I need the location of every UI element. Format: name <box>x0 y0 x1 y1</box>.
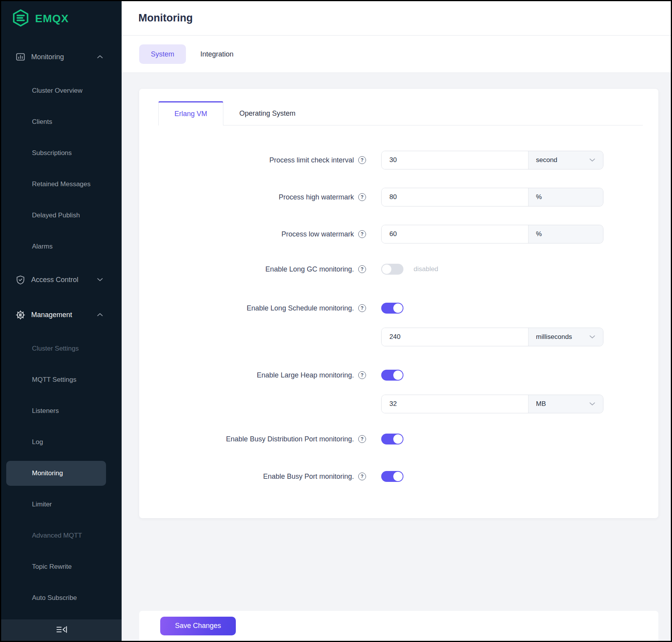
field-label: Enable Busy Port monitoring. <box>263 473 354 481</box>
sidebar-item-cluster-settings[interactable]: Cluster Settings <box>1 339 122 358</box>
toggle-state-text: disabled <box>414 265 438 273</box>
sidebar-item-auto-subscribe[interactable]: Auto Subscribe <box>1 589 122 607</box>
unit-text: MB <box>536 400 546 408</box>
chevron-down-icon <box>589 402 595 406</box>
page-header: Monitoring <box>122 1 671 35</box>
process-high-watermark-input[interactable] <box>382 188 528 206</box>
sidebar-item-subscriptions[interactable]: Subscriptions <box>1 144 122 162</box>
control-zone: MB <box>381 395 603 413</box>
control-zone: milliseconds <box>381 328 603 346</box>
sidebar-item-retained-messages[interactable]: Retained Messages <box>1 175 122 194</box>
sidebar-item-delayed-publish[interactable]: Delayed Publish <box>1 206 122 225</box>
sidebar-section-management[interactable]: Management <box>1 305 122 324</box>
unit-text: second <box>536 156 557 164</box>
page-tabs: SystemIntegration <box>122 36 671 73</box>
sidebar-collapse-bar[interactable] <box>1 619 122 641</box>
control-zone <box>381 303 403 314</box>
page-title: Monitoring <box>138 12 193 24</box>
process-low-watermark-input[interactable] <box>382 225 528 243</box>
sidebar-item-mqtt-settings[interactable]: MQTT Settings <box>1 370 122 389</box>
main-area: Monitoring SystemIntegration Erlang VMOp… <box>122 1 671 641</box>
unit-text: % <box>536 230 542 238</box>
sidebar-section-label: Monitoring <box>31 53 64 61</box>
label-zone: Enable Large Heap monitoring.? <box>139 371 366 379</box>
sidebar-item-log[interactable]: Log <box>1 433 122 452</box>
enable-large-heap-monitoring-toggle[interactable] <box>381 370 403 381</box>
chevron-up-icon <box>97 54 103 60</box>
unit-select[interactable]: MB <box>528 395 603 413</box>
brand-name: EMQX <box>35 12 69 25</box>
sidebar-item-advanced-mqtt[interactable]: Advanced MQTT <box>1 526 122 545</box>
sidebar-item-cluster-overview[interactable]: Cluster Overview <box>1 81 122 100</box>
sidebar-section-access-control[interactable]: Access Control <box>1 270 122 289</box>
process-limit-check-interval-input[interactable] <box>382 151 528 169</box>
settings-card: Erlang VMOperating System Process limit … <box>139 89 658 518</box>
input-group: % <box>381 188 603 206</box>
help-icon[interactable]: ? <box>358 304 366 312</box>
label-zone: Enable Busy Distribution Port monitoring… <box>139 435 366 443</box>
control-zone: % <box>381 188 603 206</box>
form-row: Enable Long Schedule monitoring.? <box>139 303 658 314</box>
control-zone: disabled <box>381 264 438 275</box>
help-icon[interactable]: ? <box>358 193 366 201</box>
sidebar: EMQX MonitoringCluster OverviewClientsSu… <box>1 1 122 641</box>
sidebar-item-alarms[interactable]: Alarms <box>1 237 122 256</box>
save-changes-button[interactable]: Save Changes <box>160 617 236 635</box>
control-zone <box>381 370 403 381</box>
sidebar-item-monitoring[interactable]: Monitoring <box>6 461 106 486</box>
content-area: Erlang VMOperating System Process limit … <box>122 73 671 611</box>
sidebar-section-monitoring[interactable]: Monitoring <box>1 48 122 66</box>
form-row: Enable Busy Port monitoring.? <box>139 471 658 482</box>
chevron-down-icon <box>97 277 103 283</box>
label-zone: Process low watermark? <box>139 230 366 238</box>
label-zone: Enable Long Schedule monitoring.? <box>139 304 366 312</box>
control-zone <box>381 471 403 482</box>
enable-busy-distribution-port-monitoring-toggle[interactable] <box>381 434 403 444</box>
brand-logo[interactable]: EMQX <box>12 9 69 28</box>
sidebar-item-topic-rewrite[interactable]: Topic Rewrite <box>1 557 122 576</box>
unit-label: % <box>528 188 603 206</box>
unit-select[interactable]: milliseconds <box>528 328 603 346</box>
enable-long-schedule-monitoring-toggle[interactable] <box>381 303 403 314</box>
milliseconds-input[interactable] <box>382 328 528 346</box>
enable-busy-port-monitoring-toggle[interactable] <box>381 471 403 482</box>
input-group: % <box>381 225 603 243</box>
toggle-knob <box>393 303 403 313</box>
help-icon[interactable]: ? <box>358 435 366 443</box>
tab-integration[interactable]: Integration <box>189 44 245 64</box>
form-row: Enable Long GC monitoring.?disabled <box>139 264 658 275</box>
sidebar-item-listeners[interactable]: Listeners <box>1 402 122 420</box>
enable-long-gc-monitoring-toggle[interactable] <box>381 264 403 275</box>
tab-operating-system[interactable]: Operating System <box>223 101 311 125</box>
chevron-up-icon <box>97 312 103 318</box>
form-row: Enable Busy Distribution Port monitoring… <box>139 434 658 444</box>
tab-system[interactable]: System <box>139 44 186 64</box>
input-group: second <box>381 151 603 169</box>
help-icon[interactable]: ? <box>358 473 366 480</box>
control-zone: % <box>381 225 603 243</box>
help-icon[interactable]: ? <box>358 265 366 273</box>
unit-select[interactable]: second <box>528 151 603 169</box>
sidebar-item-clients[interactable]: Clients <box>1 113 122 131</box>
toggle-knob <box>382 265 391 274</box>
gear-icon <box>15 310 25 320</box>
help-icon[interactable]: ? <box>358 156 366 164</box>
input-group: MB <box>381 395 603 413</box>
sidebar-item-limiter[interactable]: Limiter <box>1 495 122 514</box>
label-zone: Process high watermark? <box>139 193 366 201</box>
form-row: milliseconds <box>139 328 658 346</box>
form-row: Process limit check interval?second <box>139 151 658 169</box>
footer-bar: Save Changes <box>139 611 658 641</box>
mb-input[interactable] <box>382 395 528 413</box>
settings-form: Process limit check interval?secondProce… <box>139 125 658 482</box>
toggle-knob <box>393 434 403 444</box>
help-icon[interactable]: ? <box>358 371 366 379</box>
form-row: MB <box>139 395 658 413</box>
label-zone: Process limit check interval? <box>139 156 366 164</box>
tab-erlang-vm[interactable]: Erlang VM <box>158 101 223 125</box>
toggle-knob <box>393 370 403 380</box>
field-label: Enable Large Heap monitoring. <box>257 371 354 379</box>
help-icon[interactable]: ? <box>358 230 366 238</box>
field-label: Enable Busy Distribution Port monitoring… <box>226 435 354 443</box>
field-label: Process high watermark <box>279 193 354 201</box>
